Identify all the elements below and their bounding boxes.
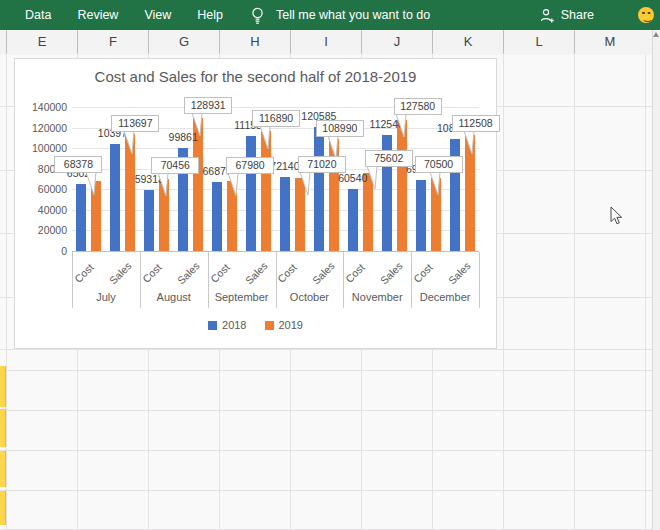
legend-item-2018[interactable]: 2018 (208, 319, 246, 331)
highlighted-cell[interactable] (0, 451, 6, 487)
category-label-cost-4[interactable]: Cost (208, 261, 232, 285)
category-label-cost-0[interactable]: Cost (72, 261, 96, 285)
category-label-sales-3[interactable]: Sales (174, 259, 201, 286)
callout-label-2019-11[interactable]: 112508 (452, 115, 500, 132)
bar-2018-sales-1[interactable] (110, 144, 120, 251)
grid-vline (6, 55, 7, 530)
callout-label-2019-3[interactable]: 128931 (184, 97, 232, 114)
axis-divider (208, 252, 209, 308)
axis-divider (140, 252, 141, 308)
callout-label-2019-4[interactable]: 67980 (226, 157, 274, 174)
grid-hline (0, 450, 653, 451)
y-axis-tick-label: 60000 (23, 183, 67, 195)
feedback-smiley-icon[interactable] (638, 7, 654, 23)
category-label-sales-5[interactable]: Sales (242, 259, 269, 286)
y-axis-tick-label: 100000 (23, 142, 67, 154)
category-label-cost-10[interactable]: Cost (411, 261, 435, 285)
chart-title[interactable]: Cost and Sales for the second half of 20… (15, 68, 496, 85)
grid-vline (645, 55, 646, 530)
legend-swatch-2018 (208, 321, 217, 330)
lightbulb-icon (251, 7, 264, 24)
column-header-I[interactable]: I (290, 30, 361, 54)
column-header-H[interactable]: H (219, 30, 290, 54)
month-label-august[interactable]: August (140, 291, 208, 303)
callout-label-2019-10[interactable]: 70500 (415, 156, 463, 173)
callout-needle (390, 113, 420, 141)
vertical-scrollbar[interactable] (652, 30, 660, 530)
category-label-sales-7[interactable]: Sales (310, 259, 337, 286)
column-header-J[interactable]: J (361, 30, 432, 54)
callout-needle (118, 130, 148, 158)
legend-item-2019[interactable]: 2019 (265, 319, 303, 331)
category-label-cost-8[interactable]: Cost (343, 261, 367, 285)
callout-needle (152, 172, 182, 200)
axis-divider (343, 252, 344, 308)
grid-hline (0, 410, 653, 411)
callout-label-2019-6[interactable]: 71020 (298, 156, 346, 173)
callout-label-2019-7[interactable]: 108990 (316, 120, 364, 137)
chart-legend[interactable]: 2018 2019 (15, 319, 496, 331)
month-label-november[interactable]: November (343, 291, 411, 303)
month-label-december[interactable]: December (411, 291, 479, 303)
callout-label-2019-1[interactable]: 113697 (111, 115, 159, 132)
callout-needle (254, 125, 284, 153)
y-axis-tick-label: 0 (23, 245, 67, 257)
column-header-K[interactable]: K (432, 30, 503, 54)
callout-label-2019-2[interactable]: 70456 (151, 157, 199, 174)
tell-me-box[interactable]: Tell me what you want to do (276, 8, 430, 22)
axis-divider (479, 252, 480, 308)
category-label-sales-1[interactable]: Sales (106, 259, 133, 286)
share-person-icon (540, 8, 555, 23)
scroll-up-arrow-icon[interactable] (653, 32, 659, 37)
legend-label-2019: 2019 (279, 319, 303, 331)
callout-label-2019-9[interactable]: 127580 (394, 98, 442, 115)
column-header-L[interactable]: L (503, 30, 574, 54)
column-header-F[interactable]: F (77, 30, 148, 54)
callout-label-2019-0[interactable]: 68378 (54, 156, 102, 173)
y-axis-tick-label: 20000 (23, 224, 67, 236)
month-label-october[interactable]: October (276, 291, 344, 303)
category-label-cost-2[interactable]: Cost (140, 261, 164, 285)
category-label-sales-9[interactable]: Sales (378, 259, 405, 286)
tab-view[interactable]: View (144, 8, 171, 22)
column-header-G[interactable]: G (148, 30, 219, 54)
callout-needle (458, 130, 488, 158)
grid-hline (0, 349, 653, 350)
y-axis-tick-label: 40000 (23, 204, 67, 216)
category-label-cost-6[interactable]: Cost (275, 261, 299, 285)
callout-needle (222, 172, 252, 200)
axis-divider (411, 252, 412, 308)
highlighted-cell[interactable] (0, 409, 6, 447)
callout-needle (186, 112, 216, 140)
excel-window: Data Review View Help Tell me what you w… (0, 0, 660, 530)
grid-vline (503, 55, 504, 530)
axis-divider (72, 252, 73, 308)
callout-label-2019-8[interactable]: 75602 (365, 150, 413, 167)
month-label-july[interactable]: July (72, 291, 140, 303)
grid-vline (574, 55, 575, 530)
tab-help[interactable]: Help (197, 8, 223, 22)
chart-panel[interactable]: Cost and Sales for the second half of 20… (14, 58, 497, 349)
highlighted-cell[interactable] (0, 491, 6, 525)
share-button[interactable]: Share (540, 8, 594, 23)
bar-2018-cost-6[interactable] (280, 177, 290, 251)
bar-2018-cost-4[interactable] (212, 182, 222, 251)
legend-swatch-2019 (265, 321, 274, 330)
mouse-cursor (610, 206, 624, 230)
grid-hline (0, 370, 653, 371)
callout-needle (294, 171, 324, 199)
y-axis-tick-label: 120000 (23, 122, 67, 134)
tab-review[interactable]: Review (77, 8, 118, 22)
category-label-sales-11[interactable]: Sales (446, 259, 473, 286)
highlighted-cell[interactable] (0, 366, 6, 407)
column-header-E[interactable]: E (6, 30, 77, 54)
callout-needle (80, 171, 110, 199)
tab-data[interactable]: Data (25, 8, 51, 22)
month-label-september[interactable]: September (208, 291, 276, 303)
y-axis-tick-label: 140000 (23, 101, 67, 113)
bar-2018-cost-8[interactable] (348, 189, 358, 251)
callout-needle (424, 171, 454, 199)
column-header-M[interactable]: M (574, 30, 645, 54)
share-label: Share (561, 8, 594, 22)
callout-label-2019-5[interactable]: 116890 (252, 110, 300, 127)
